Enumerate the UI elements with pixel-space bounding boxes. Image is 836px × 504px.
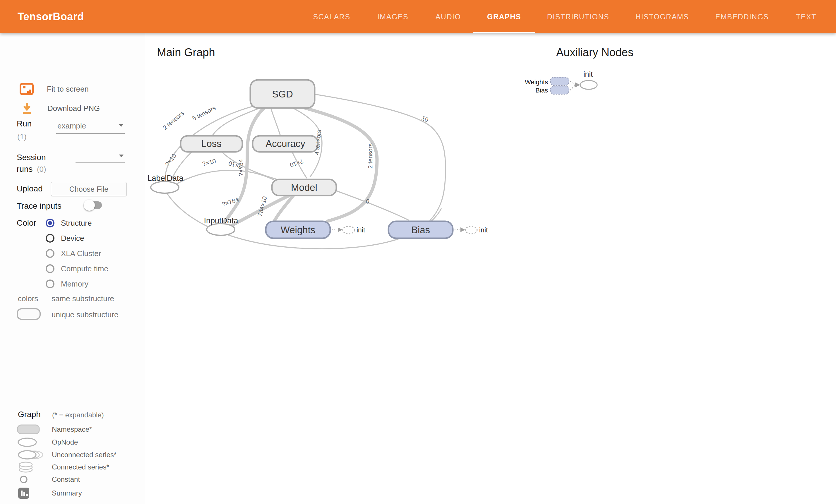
trace-inputs-toggle[interactable] xyxy=(84,199,102,211)
node-inputdata-label: InputData xyxy=(204,216,238,225)
tab-embeddings[interactable]: EMBEDDINGS xyxy=(715,0,769,33)
node-weights-label: Weights xyxy=(281,225,316,235)
session-runs-label-2: runs (0) xyxy=(17,164,46,174)
legend-opnode-label: OpNode xyxy=(52,438,78,446)
radio-xla-cluster[interactable]: XLA Cluster xyxy=(46,248,101,259)
node-weights[interactable]: Weights xyxy=(266,221,330,238)
opnode-icon xyxy=(17,436,52,449)
edge-label-10: 10 xyxy=(421,114,430,123)
init-stub-bias[interactable]: init xyxy=(455,226,488,234)
tab-histograms[interactable]: HISTOGRAMS xyxy=(635,0,689,33)
radio-structure[interactable]: Structure xyxy=(46,218,92,228)
choose-file-label: Choose File xyxy=(69,185,108,193)
tab-scalars[interactable]: SCALARS xyxy=(313,0,350,33)
tab-distributions-label: DISTRIBUTIONS xyxy=(547,13,609,21)
arrowhead-icon xyxy=(338,228,342,232)
radio-compute-time-label: Compute time xyxy=(61,264,108,273)
radio-device[interactable]: Device xyxy=(46,233,84,244)
run-chevron-down-icon[interactable] xyxy=(119,124,124,127)
download-icon xyxy=(20,101,33,115)
aux-bias-label: Bias xyxy=(535,86,548,94)
session-runs-count: (0) xyxy=(37,165,46,174)
tab-graphs[interactable]: GRAPHS xyxy=(487,0,521,33)
legend-unconnected-series-label: Unconnected series* xyxy=(52,451,116,459)
tab-images[interactable]: IMAGES xyxy=(377,0,408,33)
auxiliary-nodes-cluster[interactable]: Weights Bias init xyxy=(525,70,597,94)
aux-init-node[interactable] xyxy=(580,80,597,89)
graph-legend-title: Graph xyxy=(18,410,41,419)
node-loss[interactable]: Loss xyxy=(180,136,242,152)
radio-selected-icon xyxy=(46,219,54,228)
unique-substructure-swatch xyxy=(17,308,41,320)
legend-item-dataflow-edge: Dataflow edge xyxy=(17,501,97,504)
edge-label-x10-d: ?×10 xyxy=(289,158,304,169)
tab-scalars-label: SCALARS xyxy=(313,13,350,21)
aux-edge-bias-init xyxy=(570,85,575,90)
aux-weights-node[interactable] xyxy=(550,77,569,85)
tab-audio-label: AUDIO xyxy=(436,13,461,21)
same-substructure-label: same substructure xyxy=(52,294,114,303)
legend-item-unconnected-series: Unconnected series* xyxy=(17,448,116,461)
run-select[interactable]: example xyxy=(57,121,119,131)
legend-item-namespace: Namespace* xyxy=(17,423,92,436)
legend-namespace-label: Namespace* xyxy=(52,425,92,433)
summary-icon xyxy=(17,487,52,500)
node-bias[interactable]: Bias xyxy=(388,221,453,238)
edge-sgd-accuracy xyxy=(271,108,280,135)
radio-icon xyxy=(46,234,54,243)
edge-labeldata-model xyxy=(177,170,274,184)
edge-labels: 2 tensors 5 tensors 4 tensors ?×784 2 te… xyxy=(162,104,430,217)
download-png-label: Download PNG xyxy=(48,104,100,113)
init-weights-label: init xyxy=(357,226,365,234)
session-runs-label-1: Session xyxy=(17,153,46,162)
radio-icon xyxy=(46,279,54,288)
legend-item-summary: Summary xyxy=(17,487,82,500)
legend-summary-label: Summary xyxy=(52,489,82,497)
session-select-underline[interactable] xyxy=(76,162,125,163)
tab-audio[interactable]: AUDIO xyxy=(436,0,461,33)
radio-compute-time[interactable]: Compute time xyxy=(46,264,108,274)
radio-xla-cluster-label: XLA Cluster xyxy=(61,249,101,258)
legend-connected-series-label: Connected series* xyxy=(52,463,109,471)
unique-substructure-label: unique substructure xyxy=(52,310,118,319)
aux-bias-node[interactable] xyxy=(550,86,569,94)
edge-label-2-tensors-right: 2 tensors xyxy=(367,143,374,169)
download-png-button[interactable]: Download PNG xyxy=(20,101,100,115)
run-select-underline xyxy=(56,133,125,134)
fit-to-screen-button[interactable]: Fit to screen xyxy=(19,82,89,96)
session-runs-word: runs xyxy=(17,164,33,174)
init-stub-weights[interactable]: init xyxy=(332,226,365,234)
run-label: Run xyxy=(17,119,32,129)
auxiliary-nodes-title: Auxiliary Nodes xyxy=(556,46,633,59)
session-chevron-down-icon[interactable] xyxy=(119,155,124,157)
radio-icon xyxy=(46,264,54,273)
node-model[interactable]: Model xyxy=(272,179,336,195)
node-labeldata-label: LabelData xyxy=(147,174,184,182)
node-sgd[interactable]: SGD xyxy=(250,80,315,108)
arrowhead-icon xyxy=(575,82,580,88)
namespace-icon xyxy=(17,423,52,436)
main-graph-title: Main Graph xyxy=(157,46,215,59)
tab-text[interactable]: TEXT xyxy=(796,0,816,33)
init-bias-label: init xyxy=(479,226,488,234)
radio-memory-label: Memory xyxy=(61,279,89,289)
constant-icon xyxy=(17,473,52,486)
graph-canvas[interactable]: SGD Loss Accuracy Model Weights Bias Lab… xyxy=(145,33,836,504)
tab-histograms-label: HISTOGRAMS xyxy=(635,13,689,21)
tensorboard-app: { "toolbar": { "title": "TensorBoard", "… xyxy=(0,0,836,504)
tab-embeddings-label: EMBEDDINGS xyxy=(715,13,769,21)
aux-init-label: init xyxy=(583,70,593,78)
edge-label-x10-b: ?×10 xyxy=(202,157,216,168)
tab-distributions[interactable]: DISTRIBUTIONS xyxy=(547,0,609,33)
edge-label-5-tensors: 5 tensors xyxy=(191,104,216,122)
tab-graphs-label: GRAPHS xyxy=(487,13,521,21)
choose-file-button[interactable]: Choose File xyxy=(51,182,127,196)
node-sgd-label: SGD xyxy=(272,89,293,99)
node-accuracy-label: Accuracy xyxy=(266,138,305,149)
radio-memory[interactable]: Memory xyxy=(46,279,89,289)
app-logo: TensorBoard xyxy=(18,0,84,33)
trace-inputs-label: Trace inputs xyxy=(17,201,61,211)
active-tab-indicator xyxy=(473,32,535,33)
node-accuracy[interactable]: Accuracy xyxy=(253,136,318,152)
dataflow-edge-icon xyxy=(17,501,52,504)
